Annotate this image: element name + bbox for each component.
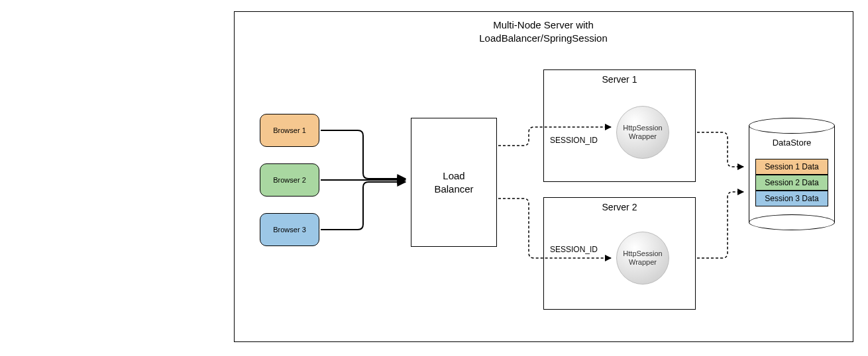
browser-3-label: Browser 3	[273, 226, 306, 234]
server-2-wrapper-sphere: HttpSession Wrapper	[616, 232, 669, 285]
load-balancer: Load Balancer	[411, 118, 497, 247]
datastore-row-3-label: Session 3 Data	[765, 194, 818, 203]
datastore: DataStore Session 1 Data Session 2 Data …	[749, 118, 835, 230]
server-2-session-id-label: SESSION_ID	[550, 245, 598, 254]
browser-2: Browser 2	[260, 163, 319, 197]
datastore-row-2-label: Session 2 Data	[765, 178, 818, 187]
diagram-title: Multi-Node Server with LoadBalancer/Spri…	[424, 19, 663, 44]
datastore-row-2: Session 2 Data	[755, 175, 828, 191]
datastore-row-1-label: Session 1 Data	[765, 162, 818, 171]
datastore-row-3: Session 3 Data	[755, 191, 828, 206]
diagram-canvas: Multi-Node Server with LoadBalancer/Spri…	[0, 0, 868, 356]
server-2-title: Server 2	[544, 202, 695, 212]
datastore-title: DataStore	[749, 138, 835, 148]
browser-3: Browser 3	[260, 213, 319, 246]
datastore-row-1: Session 1 Data	[755, 159, 828, 175]
browser-1-label: Browser 1	[273, 126, 306, 134]
server-1-session-id-label: SESSION_ID	[550, 136, 598, 145]
browser-1: Browser 1	[260, 114, 319, 147]
server-1-wrapper-sphere: HttpSession Wrapper	[616, 106, 669, 159]
server-1-title: Server 1	[544, 74, 695, 85]
browser-2-label: Browser 2	[273, 176, 306, 184]
